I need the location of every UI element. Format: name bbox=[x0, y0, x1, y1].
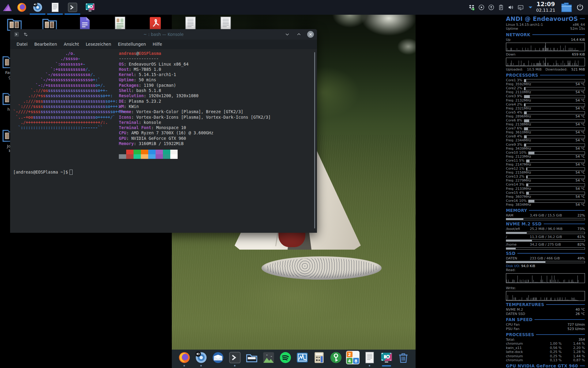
trash-icon bbox=[397, 351, 410, 364]
konsole-window[interactable]: ~ : bash — Konsole DateiBearbeitenAnsich… bbox=[10, 29, 317, 233]
dock-item-thunderbird[interactable] bbox=[211, 351, 225, 366]
media-play-icon[interactable] bbox=[478, 4, 485, 11]
prompt-text: [andreas@EOSPlasma ~]$ bbox=[13, 170, 68, 175]
panel-task-text-document[interactable] bbox=[46, 0, 64, 15]
menu-einstellungen[interactable]: Einstellungen bbox=[115, 40, 149, 49]
calculator-icon bbox=[312, 351, 326, 364]
terminal-cursor bbox=[70, 170, 73, 175]
endeavouros-menu-icon bbox=[2, 2, 13, 13]
menu-bearbeiten[interactable]: Bearbeiten bbox=[31, 40, 60, 49]
text-document-icon bbox=[50, 2, 61, 13]
conky-graph bbox=[506, 43, 585, 51]
top-panel: 12:09 02.11.21 bbox=[0, 0, 588, 15]
dock-item-konsole[interactable] bbox=[228, 351, 242, 366]
dolphin-icon bbox=[245, 351, 258, 364]
system-tray bbox=[468, 0, 534, 15]
clock-date: 02.11.21 bbox=[533, 8, 558, 13]
panel-task-konsole[interactable] bbox=[64, 0, 81, 15]
conky-section-header: ANDI @ EndeavourOS bbox=[506, 15, 585, 22]
conky-section-header: NETWORK bbox=[506, 32, 585, 37]
color-swatch bbox=[163, 150, 170, 154]
menu-ansicht[interactable]: Ansicht bbox=[60, 40, 82, 49]
active-task-underline bbox=[30, 13, 45, 15]
dock-item-screen-recorder[interactable] bbox=[379, 351, 393, 366]
dock-indicator-line bbox=[382, 365, 391, 366]
tab-crop-icon[interactable] bbox=[22, 31, 29, 38]
power-icon[interactable] bbox=[576, 3, 584, 12]
dock: 248 bbox=[172, 350, 416, 368]
firefox-icon bbox=[16, 2, 27, 13]
konsole-window-icon bbox=[13, 31, 20, 38]
chromium-audio-icon bbox=[32, 2, 43, 13]
menu-lesezeichen[interactable]: Lesezeichen bbox=[82, 40, 115, 49]
dock-item-system-monitor[interactable] bbox=[295, 351, 309, 366]
display-icon[interactable] bbox=[517, 4, 524, 11]
scrollbar[interactable] bbox=[314, 52, 315, 228]
conky-graph bbox=[506, 273, 585, 283]
digital-clock[interactable]: 12:09 02.11.21 bbox=[533, 1, 558, 13]
maximize-button[interactable] bbox=[296, 31, 302, 38]
text-document-icon bbox=[363, 351, 376, 364]
image-viewer-icon bbox=[262, 351, 275, 364]
screen-recorder-icon bbox=[380, 351, 393, 364]
conky-section-header: PROCESSES bbox=[506, 332, 585, 337]
color-swatch bbox=[134, 150, 141, 154]
panel-task-chromium-audio[interactable] bbox=[29, 0, 46, 15]
clipboard-icon[interactable] bbox=[497, 4, 504, 11]
panel-task-firefox[interactable] bbox=[14, 0, 29, 15]
dock-indicator-dot bbox=[369, 365, 370, 366]
menu-datei[interactable]: Datei bbox=[13, 40, 31, 49]
color-swatch bbox=[170, 150, 178, 154]
konsole-icon bbox=[67, 2, 78, 13]
conky-graph bbox=[506, 291, 585, 301]
active-task-underline bbox=[47, 13, 63, 15]
color-swatch bbox=[126, 154, 134, 159]
color-swatch bbox=[163, 154, 170, 159]
window-title: ~ : bash — Konsole bbox=[10, 32, 317, 37]
dock-item-trash[interactable] bbox=[396, 351, 410, 366]
folder-blue-icon[interactable] bbox=[560, 2, 573, 13]
color-swatch bbox=[148, 150, 156, 154]
minimize-button[interactable] bbox=[284, 31, 291, 38]
neofetch-info: andreas@EOSPlasma----------------OS: End… bbox=[119, 51, 271, 146]
color-swatch bbox=[141, 150, 148, 154]
clock-time: 12:09 bbox=[533, 1, 558, 8]
close-button[interactable] bbox=[307, 31, 314, 38]
dock-item-image-viewer[interactable] bbox=[262, 351, 275, 366]
color-swatch bbox=[134, 154, 141, 159]
dock-indicator-dot bbox=[183, 365, 185, 366]
dock-item-spotify[interactable] bbox=[278, 351, 292, 366]
neofetch-ascii-logo: ./o. ./sssso- `:osssssss+- `:+ssssssssss… bbox=[13, 51, 128, 130]
dock-item-firefox[interactable] bbox=[177, 351, 191, 366]
tray-expander-icon[interactable] bbox=[527, 4, 534, 11]
panel-task-endeavouros-menu[interactable] bbox=[0, 0, 14, 15]
updates-icon[interactable] bbox=[488, 4, 495, 11]
conky-graph bbox=[506, 58, 585, 66]
chromium-audio-icon bbox=[194, 351, 208, 364]
spotify-icon bbox=[279, 351, 292, 364]
color-swatch bbox=[119, 154, 126, 159]
dock-item-dolphin[interactable] bbox=[245, 351, 258, 366]
dock-item-keepassxc[interactable] bbox=[329, 351, 343, 366]
conky-section-header: GPU NVIDIA GeForce GTX 960 bbox=[506, 363, 585, 368]
window-titlebar[interactable]: ~ : bash — Konsole bbox=[10, 29, 317, 40]
dock-item-calculator[interactable] bbox=[312, 351, 326, 366]
color-swatch bbox=[148, 154, 156, 159]
dropbox-icon[interactable] bbox=[468, 4, 475, 11]
terminal-area[interactable]: ./o. ./sssso- `:osssssss+- `:+ssssssssss… bbox=[10, 49, 317, 233]
dock-item-2048-game[interactable]: 248 bbox=[346, 351, 360, 366]
dock-item-chromium-audio[interactable] bbox=[194, 351, 208, 366]
dock-indicator-dot bbox=[234, 365, 236, 366]
conky-section-header: MEMORY bbox=[506, 208, 585, 213]
color-swatch bbox=[170, 154, 178, 159]
panel-task-screen-recorder[interactable] bbox=[81, 0, 99, 15]
konsole-icon bbox=[228, 351, 242, 364]
conky-system-monitor: ANDI @ EndeavourOSLinux 5.14.15-arch1-1x… bbox=[506, 15, 585, 368]
task-manager bbox=[0, 0, 99, 15]
dock-item-text-document[interactable] bbox=[363, 351, 376, 366]
color-swatch bbox=[141, 154, 148, 159]
active-task-underline bbox=[65, 13, 80, 15]
volume-icon[interactable] bbox=[507, 4, 514, 11]
menu-hilfe[interactable]: Hilfe bbox=[149, 40, 166, 49]
thunderbird-icon bbox=[211, 351, 225, 364]
